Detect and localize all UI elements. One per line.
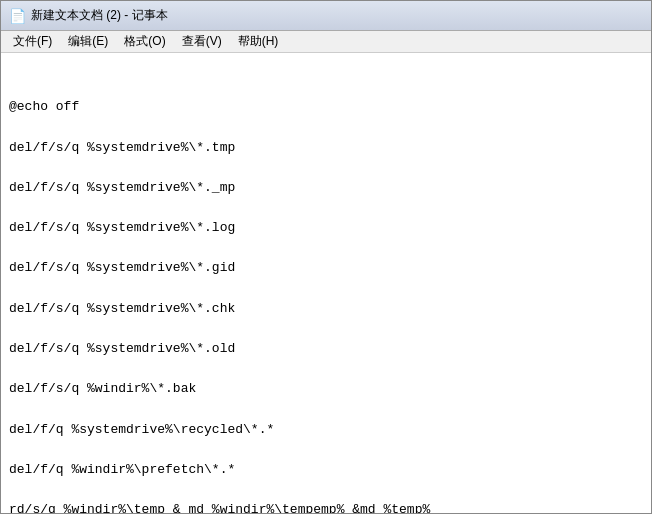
line-8: del/f/s/q %windir%\*.bak <box>9 379 643 399</box>
menu-file[interactable]: 文件(F) <box>5 31 60 52</box>
notepad-window: 📄 新建文本文档 (2) - 记事本 文件(F) 编辑(E) 格式(O) 查看(… <box>0 0 652 514</box>
title-bar: 📄 新建文本文档 (2) - 记事本 <box>1 1 651 31</box>
line-11: rd/s/q %windir%\temp & md %windir%\tempe… <box>9 500 643 513</box>
line-7: del/f/s/q %systemdrive%\*.old <box>9 339 643 359</box>
line-3: del/f/s/q %systemdrive%\*._mp <box>9 178 643 198</box>
line-5: del/f/s/q %systemdrive%\*.gid <box>9 258 643 278</box>
line-10: del/f/q %windir%\prefetch\*.* <box>9 460 643 480</box>
window-title: 新建文本文档 (2) - 记事本 <box>31 7 168 24</box>
line-2: del/f/s/q %systemdrive%\*.tmp <box>9 138 643 158</box>
line-6: del/f/s/q %systemdrive%\*.chk <box>9 299 643 319</box>
menu-view[interactable]: 查看(V) <box>174 31 230 52</box>
line-1: @echo off <box>9 97 643 117</box>
menu-bar: 文件(F) 编辑(E) 格式(O) 查看(V) 帮助(H) <box>1 31 651 53</box>
window-icon: 📄 <box>9 8 25 24</box>
menu-help[interactable]: 帮助(H) <box>230 31 287 52</box>
line-4: del/f/s/q %systemdrive%\*.log <box>9 218 643 238</box>
menu-format[interactable]: 格式(O) <box>116 31 173 52</box>
menu-edit[interactable]: 编辑(E) <box>60 31 116 52</box>
line-9: del/f/q %systemdrive%\recycled\*.* <box>9 420 643 440</box>
text-editor[interactable]: @echo off del/f/s/q %systemdrive%\*.tmp … <box>1 53 651 513</box>
